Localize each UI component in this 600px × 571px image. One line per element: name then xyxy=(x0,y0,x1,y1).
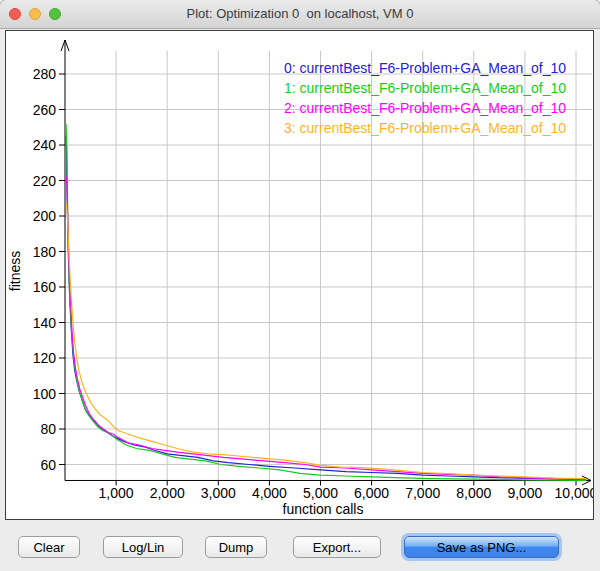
x-tick-label: 2,000 xyxy=(150,485,185,501)
y-tick-label: 200 xyxy=(33,208,57,224)
legend-item: 3: currentBest_F6-Problem+GA_Mean_of_10 xyxy=(284,118,566,138)
chart-legend: 0: currentBest_F6-Problem+GA_Mean_of_101… xyxy=(284,58,566,138)
y-tick-label: 60 xyxy=(40,457,56,473)
y-tick-label: 220 xyxy=(33,173,57,189)
y-tick-label: 120 xyxy=(33,350,57,366)
y-tick-label: 160 xyxy=(33,279,57,295)
x-tick-label: 7,000 xyxy=(405,485,440,501)
y-tick-label: 180 xyxy=(33,244,57,260)
x-axis-title: function calls xyxy=(283,501,364,517)
x-tick-label: 4,000 xyxy=(252,485,287,501)
series-line xyxy=(66,124,586,481)
x-tick-label: 6,000 xyxy=(354,485,389,501)
x-tick-label: 10,000 xyxy=(555,485,593,501)
series-line xyxy=(66,177,586,479)
save-png-button[interactable]: Save as PNG... xyxy=(404,536,559,558)
y-tick-label: 140 xyxy=(33,315,57,331)
x-tick-label: 8,000 xyxy=(456,485,491,501)
clear-button[interactable]: Clear xyxy=(18,536,80,558)
y-tick-label: 260 xyxy=(33,102,57,118)
y-axis-title: fitness xyxy=(7,251,23,291)
export-button[interactable]: Export... xyxy=(293,536,381,558)
dump-button[interactable]: Dump xyxy=(205,536,267,558)
plot-panel: 60801001201401601802002202402602801,0002… xyxy=(5,30,594,520)
x-tick-label: 9,000 xyxy=(507,485,542,501)
x-tick-label: 5,000 xyxy=(303,485,338,501)
y-tick-label: 100 xyxy=(33,386,57,402)
plot-window: Plot: Optimization 0 on localhost, VM 0 … xyxy=(0,0,600,571)
loglin-button[interactable]: Log/Lin xyxy=(103,536,183,558)
y-tick-label: 280 xyxy=(33,66,57,82)
window-title: Plot: Optimization 0 on localhost, VM 0 xyxy=(0,0,600,28)
y-tick-label: 80 xyxy=(40,421,56,437)
x-tick-label: 3,000 xyxy=(201,485,236,501)
series-line xyxy=(66,136,586,480)
series-line xyxy=(67,204,587,479)
y-tick-label: 240 xyxy=(33,137,57,153)
titlebar[interactable]: Plot: Optimization 0 on localhost, VM 0 xyxy=(0,0,600,29)
legend-item: 1: currentBest_F6-Problem+GA_Mean_of_10 xyxy=(284,78,566,98)
legend-item: 2: currentBest_F6-Problem+GA_Mean_of_10 xyxy=(284,98,566,118)
x-tick-label: 1,000 xyxy=(99,485,134,501)
legend-item: 0: currentBest_F6-Problem+GA_Mean_of_10 xyxy=(284,58,566,78)
